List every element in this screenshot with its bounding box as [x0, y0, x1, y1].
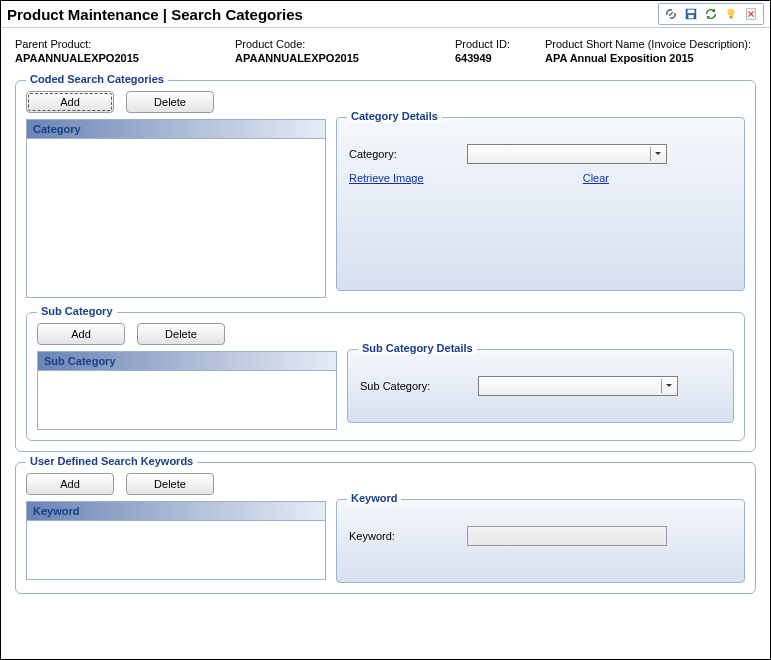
toolbar [658, 3, 764, 25]
keyword-delete-button[interactable]: Delete [126, 473, 214, 495]
titlebar: Product Maintenance | Search Categories [1, 1, 770, 28]
svg-rect-2 [688, 15, 693, 19]
coded-list-header: Category [26, 119, 326, 138]
subcategory-fieldset: Sub Category Add Delete Sub Category Sub… [26, 312, 745, 441]
retrieve-image-link[interactable]: Retrieve Image [349, 172, 424, 184]
keywords-fieldset: User Defined Search Keywords Add Delete … [15, 462, 756, 594]
coded-delete-button[interactable]: Delete [126, 91, 214, 113]
svg-rect-1 [688, 10, 695, 14]
short-name-value: APA Annual Exposition 2015 [545, 52, 756, 64]
window: Product Maintenance | Search Categories … [0, 0, 771, 660]
refresh-icon[interactable] [703, 6, 719, 22]
subcategory-select[interactable] [478, 376, 678, 396]
chevron-down-icon [661, 379, 675, 393]
page-title: Product Maintenance | Search Categories [7, 6, 303, 23]
coded-list[interactable] [26, 138, 326, 298]
keywords-legend: User Defined Search Keywords [26, 455, 197, 467]
product-id-label: Product ID: [455, 38, 545, 50]
coded-legend: Coded Search Categories [26, 73, 168, 85]
subcategory-label: Sub Category: [360, 380, 470, 392]
product-code-label: Product Code: [235, 38, 455, 50]
parent-product-value: APAANNUALEXPO2015 [15, 52, 235, 64]
product-code-value: APAANNUALEXPO2015 [235, 52, 455, 64]
short-name-label: Product Short Name (Invoice Description)… [545, 38, 756, 50]
info-row: Parent Product: APAANNUALEXPO2015 Produc… [1, 28, 770, 70]
svg-point-3 [728, 9, 735, 16]
chevron-down-icon [650, 147, 664, 161]
keyword-add-button[interactable]: Add [26, 473, 114, 495]
keyword-details-legend: Keyword [347, 492, 401, 504]
category-details-panel: Category Details Category: Retrieve Imag… [336, 117, 745, 291]
category-select[interactable] [467, 144, 667, 164]
subcat-delete-button[interactable]: Delete [137, 323, 225, 345]
subcategory-details-panel: Sub Category Details Sub Category: [347, 349, 734, 423]
parent-product-label: Parent Product: [15, 38, 235, 50]
keyword-input[interactable] [467, 526, 667, 546]
svg-rect-4 [729, 16, 733, 19]
clear-link[interactable]: Clear [583, 172, 609, 184]
coded-search-fieldset: Coded Search Categories Add Delete Categ… [15, 80, 756, 452]
save-icon[interactable] [683, 6, 699, 22]
category-label: Category: [349, 148, 459, 160]
bulb-icon[interactable] [723, 6, 739, 22]
coded-add-button[interactable]: Add [26, 91, 114, 113]
keyword-label: Keyword: [349, 530, 459, 542]
delete-icon[interactable] [743, 6, 759, 22]
subcat-list-header: Sub Category [37, 351, 337, 370]
link-icon[interactable] [663, 6, 679, 22]
subcat-list[interactable] [37, 370, 337, 430]
keyword-list-header: Keyword [26, 501, 326, 520]
keyword-list[interactable] [26, 520, 326, 580]
keyword-details-panel: Keyword Keyword: [336, 499, 745, 583]
category-details-legend: Category Details [347, 110, 442, 122]
subcategory-legend: Sub Category [37, 305, 117, 317]
subcat-add-button[interactable]: Add [37, 323, 125, 345]
product-id-value: 643949 [455, 52, 545, 64]
subcategory-details-legend: Sub Category Details [358, 342, 477, 354]
